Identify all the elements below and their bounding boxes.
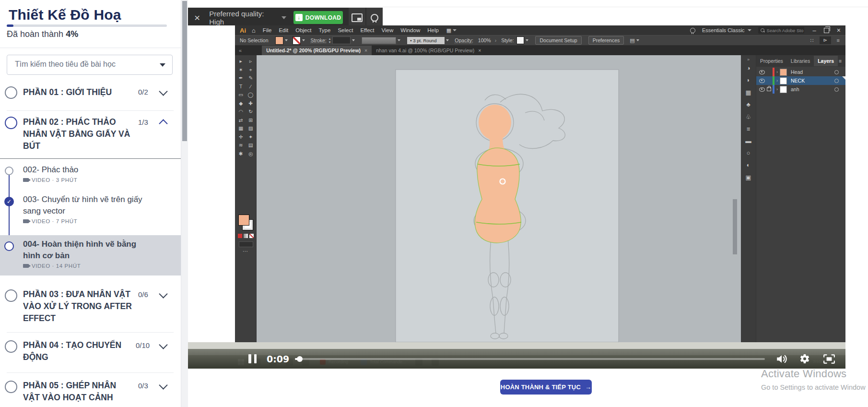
pause-button[interactable] bbox=[248, 354, 257, 363]
document-tab-untitled2[interactable]: Untitled-2* @ 200% (RGB/GPU Preview)× bbox=[262, 46, 372, 55]
free-transform-tool-icon[interactable]: ⊞ bbox=[248, 117, 253, 123]
color-button[interactable] bbox=[238, 234, 242, 238]
visibility-eye-icon[interactable] bbox=[759, 79, 765, 83]
home-icon[interactable]: ⌂ bbox=[252, 27, 256, 34]
lightbulb-icon[interactable] bbox=[690, 28, 695, 33]
menu-type[interactable]: Type bbox=[318, 27, 330, 33]
document-tab-nhanvan4[interactable]: nhan van 4.ai @ 100% (RGB/GPU Preview)× bbox=[372, 46, 485, 55]
blend-tool-icon[interactable]: ≋ bbox=[239, 142, 243, 148]
artboard-tool-icon[interactable]: ▤ bbox=[248, 142, 253, 148]
direct-selection-tool-icon[interactable]: ▹ bbox=[249, 58, 252, 64]
fullscreen-button[interactable] bbox=[821, 353, 837, 365]
fill-swatch-indicator[interactable] bbox=[238, 215, 249, 226]
style-swatch[interactable] bbox=[516, 36, 524, 44]
menu-file[interactable]: File bbox=[263, 27, 272, 33]
layout-grid-icon[interactable]: ▦ bbox=[446, 27, 451, 34]
canvas-scrollbar-thumb[interactable] bbox=[733, 199, 737, 254]
seek-bar[interactable] bbox=[295, 354, 765, 364]
collapse-icon[interactable]: « bbox=[239, 48, 242, 53]
layer-name[interactable]: NECK bbox=[791, 78, 834, 84]
more-options-icon[interactable]: › bbox=[495, 37, 497, 43]
preferred-quality-label[interactable]: Preferred quality: High bbox=[209, 10, 278, 26]
volume-button[interactable] bbox=[775, 353, 788, 365]
scale-tool-icon[interactable]: ⇄ bbox=[239, 117, 243, 123]
rotate-tool-icon[interactable]: ↻ bbox=[248, 108, 253, 114]
chevron-down-icon[interactable] bbox=[159, 381, 167, 389]
document-setup-button[interactable]: Document Setup bbox=[535, 36, 581, 45]
stroke-panel-icon[interactable]: ≡ bbox=[747, 126, 750, 132]
stroke-weight-dropdown[interactable] bbox=[332, 36, 351, 44]
lesson-item-002[interactable]: 002- Phác thảo VIDEO · 3 PHÚT bbox=[0, 163, 181, 186]
artboards-panel-icon[interactable]: ▣ bbox=[746, 174, 751, 181]
close-icon[interactable]: × bbox=[364, 48, 367, 53]
visibility-eye-icon[interactable] bbox=[759, 87, 765, 92]
line-tool-icon[interactable]: ∕ bbox=[250, 84, 251, 89]
chevron-down-icon[interactable] bbox=[159, 87, 167, 96]
seek-knob[interactable] bbox=[297, 356, 303, 362]
fill-color-swatch[interactable] bbox=[275, 36, 283, 45]
stepper-control[interactable]: ▴▾ bbox=[329, 37, 331, 44]
arrange-documents-button[interactable]: ⊳ bbox=[820, 36, 831, 44]
brush-definition-dropdown[interactable]: • 3 pt. Round bbox=[407, 37, 445, 44]
download-button[interactable]: ↓ DOWNLOAD bbox=[293, 11, 343, 24]
lesson-item-003[interactable]: ✓ 003- Chuyển từ hình vẽ trên giấy sang … bbox=[0, 193, 181, 227]
gradient-panel-icon[interactable]: ◗ bbox=[747, 77, 751, 84]
sidebar-scrollbar[interactable] bbox=[181, 0, 188, 407]
complete-continue-button[interactable]: HOÀN THÀNH & TIẾP TỤC → bbox=[500, 380, 592, 395]
sidebar-section-05[interactable]: PHẦN 05 : GHÉP NHÂN VẬT VÀO HOẠT CẢNH 0/… bbox=[0, 378, 181, 407]
color-mode-buttons[interactable] bbox=[238, 234, 254, 238]
layer-thumbnail[interactable] bbox=[780, 77, 787, 84]
chevron-down-icon[interactable] bbox=[159, 340, 167, 349]
window-close-button[interactable]: × bbox=[837, 26, 841, 34]
grid-view-icon[interactable]: ∷ bbox=[810, 37, 814, 44]
pen-tool-icon[interactable]: ✒ bbox=[239, 75, 243, 81]
appearance-panel-icon[interactable]: ▬ bbox=[745, 138, 751, 144]
panel-menu-icon[interactable]: ≡ bbox=[839, 58, 842, 64]
menu-edit[interactable]: Edit bbox=[279, 27, 288, 33]
close-icon[interactable]: × bbox=[194, 13, 200, 23]
tab-properties[interactable]: Properties bbox=[756, 56, 787, 66]
gradient-button[interactable] bbox=[244, 234, 248, 238]
menu-help[interactable]: Help bbox=[427, 27, 439, 33]
expand-layer-icon[interactable]: › bbox=[776, 78, 778, 83]
ellipse-tool-icon[interactable]: ◯ bbox=[248, 92, 254, 97]
settings-gear-button[interactable] bbox=[798, 353, 811, 365]
magic-wand-tool-icon[interactable]: ✶ bbox=[239, 67, 243, 72]
chevron-up-icon[interactable] bbox=[159, 119, 167, 128]
opacity-label[interactable]: Opacity: bbox=[455, 37, 473, 43]
picture-in-picture-button[interactable] bbox=[349, 8, 365, 27]
visibility-eye-icon[interactable] bbox=[759, 70, 765, 74]
workspace-switcher[interactable]: Essentials Classic bbox=[702, 27, 745, 33]
layer-target-icon[interactable] bbox=[834, 87, 839, 92]
type-tool-icon[interactable]: T bbox=[239, 84, 242, 89]
sidebar-section-02[interactable]: PHẦN 02 : PHÁC THẢO NHÂN VẬT BẰNG GIẤY V… bbox=[0, 115, 181, 156]
menu-object[interactable]: Object bbox=[295, 27, 311, 33]
perspective-grid-tool-icon[interactable]: ▨ bbox=[248, 125, 253, 131]
hand-tool-icon[interactable]: ✱ bbox=[239, 151, 243, 156]
menu-effect[interactable]: Effect bbox=[360, 27, 374, 33]
sidebar-section-04[interactable]: PHẦN 04 : TẠO CHUYỂN ĐỘNG 0/10 bbox=[0, 338, 181, 367]
lesson-search-select[interactable]: Tìm kiếm theo tiêu đề bài học bbox=[7, 55, 173, 75]
stroke-color-swatch[interactable] bbox=[293, 36, 301, 45]
color-panel-icon[interactable]: ◑ bbox=[747, 65, 751, 72]
mesh-tool-icon[interactable]: ✛ bbox=[239, 134, 243, 140]
more-tools-icon[interactable]: ⋯ bbox=[243, 248, 248, 254]
none-button[interactable] bbox=[249, 234, 254, 238]
sidebar-section-03[interactable]: PHẦN 03 : ĐƯA NHÂN VẬT VÀO XỬ LÝ TRONG A… bbox=[0, 287, 181, 325]
window-minimize-button[interactable]: – bbox=[813, 27, 816, 34]
tab-libraries[interactable]: Libraries bbox=[787, 56, 814, 66]
layer-thumbnail[interactable] bbox=[780, 86, 787, 93]
layer-row-head[interactable]: › Head bbox=[756, 68, 845, 76]
menu-view[interactable]: View bbox=[382, 27, 394, 33]
sidebar-section-01[interactable]: PHẦN 01 : GIỚI THIỆU 0/2 bbox=[0, 84, 181, 108]
expand-panels-icon[interactable]: » bbox=[747, 57, 750, 62]
layer-row-neck[interactable]: › NECK bbox=[756, 76, 845, 85]
layer-thumbnail[interactable] bbox=[780, 69, 787, 76]
shaper-tool-icon[interactable]: ◠ bbox=[239, 108, 243, 114]
layer-name[interactable]: Head bbox=[791, 69, 834, 75]
shape-builder-tool-icon[interactable]: ▦ bbox=[238, 125, 243, 131]
close-icon[interactable]: × bbox=[478, 48, 481, 53]
lesson-item-004-active[interactable]: 004- Hoàn thiện hình vẽ bằng hình cơ bản… bbox=[0, 238, 181, 274]
lasso-tool-icon[interactable]: ⌖ bbox=[249, 67, 252, 72]
pathfinder-panel-icon[interactable]: ◐ bbox=[747, 162, 751, 168]
